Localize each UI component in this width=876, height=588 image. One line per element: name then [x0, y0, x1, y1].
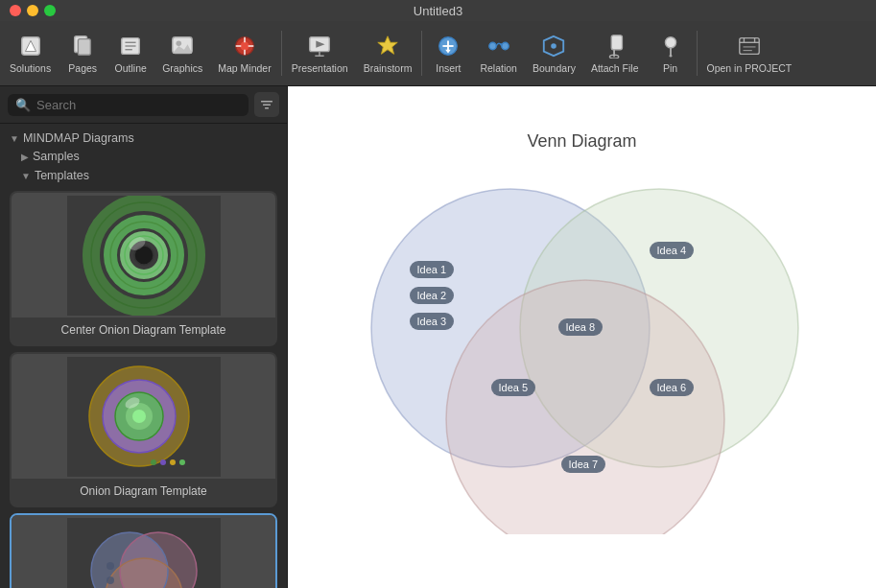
- svg-rect-37: [740, 38, 759, 55]
- insert-label: Insert: [436, 62, 461, 74]
- tree-root-label: MINDMAP Diagrams: [23, 131, 134, 145]
- sidebar-action-button[interactable]: [254, 92, 279, 117]
- template-thumb-center-onion: [12, 193, 275, 318]
- toolbar-insert[interactable]: Insert: [424, 25, 472, 82]
- svg-point-68: [179, 459, 185, 465]
- toolbar-outline[interactable]: Outline: [107, 25, 154, 82]
- pages-icon: [69, 33, 96, 59]
- toolbar-pages[interactable]: Pages: [59, 25, 107, 82]
- toolbar-mapminder[interactable]: Map Minder: [210, 25, 278, 82]
- tree-root-arrow: ▼: [10, 133, 19, 144]
- templates-label: Templates: [35, 169, 89, 182]
- presentation-icon: [306, 33, 333, 59]
- relation-icon: [485, 33, 512, 59]
- graphics-icon: [169, 33, 196, 59]
- template-thumb-venn: [12, 515, 275, 588]
- idea3-label: Idea 3: [410, 313, 455, 330]
- toolbar-presentation[interactable]: Presentation: [284, 25, 356, 82]
- svg-rect-44: [263, 105, 271, 106]
- divider-2: [421, 31, 422, 76]
- svg-point-30: [552, 43, 557, 49]
- template-card-center-onion[interactable]: Center Onion Diagram Template: [10, 191, 277, 346]
- boundary-label: Boundary: [533, 62, 576, 74]
- idea8-label: Idea 8: [558, 318, 604, 336]
- svg-point-12: [240, 41, 249, 50]
- svg-marker-21: [378, 36, 397, 55]
- toolbar-pin[interactable]: Pin: [647, 25, 695, 82]
- openinproject-label: Open in PROJECT: [707, 62, 793, 74]
- window-title: Untitled3: [414, 4, 462, 18]
- presentation-label: Presentation: [292, 62, 348, 74]
- template-card-venn[interactable]: Venn Diagram Template: [10, 513, 277, 588]
- diagram-title: Venn Diagram: [314, 131, 851, 152]
- idea1-label: Idea 1: [410, 261, 455, 278]
- tree-root[interactable]: ▼ MINDMAP Diagrams: [6, 129, 281, 147]
- svg-point-26: [488, 42, 495, 49]
- search-input-wrap[interactable]: 🔍: [8, 94, 249, 116]
- idea5-label: Idea 5: [491, 379, 536, 396]
- idea7-label: Idea 7: [561, 456, 606, 473]
- openinproject-icon: [736, 33, 763, 59]
- svg-point-9: [177, 40, 182, 46]
- relation-label: Relation: [480, 62, 517, 74]
- divider-3: [697, 31, 698, 76]
- brainstorm-label: Brainstorm: [364, 62, 413, 74]
- toolbar-relation[interactable]: Relation: [472, 25, 525, 82]
- pages-label: Pages: [68, 62, 97, 74]
- tree-samples[interactable]: ▶ Samples: [6, 147, 281, 166]
- template-label-center-onion: Center Onion Diagram Template: [12, 318, 275, 344]
- svg-point-76: [107, 562, 114, 570]
- svg-rect-45: [265, 107, 269, 109]
- svg-point-34: [665, 37, 675, 48]
- template-card-onion[interactable]: Onion Diagram Template: [10, 352, 277, 507]
- toolbar: Solutions Pages Outline: [0, 21, 876, 86]
- brainstorm-icon: [374, 33, 401, 59]
- outline-label: Outline: [115, 62, 147, 74]
- canvas-area[interactable]: Venn Diagram Idea 1 Idea 2 Idea 3 Idea 4…: [288, 86, 876, 588]
- svg-rect-43: [261, 101, 272, 103]
- svg-point-67: [170, 459, 176, 465]
- traffic-lights: [10, 5, 56, 16]
- tree-section: ▼ MINDMAP Diagrams ▶ Samples ▼ Templates: [0, 129, 287, 185]
- svg-point-65: [151, 459, 156, 465]
- svg-rect-31: [611, 35, 622, 50]
- boundary-icon: [540, 33, 567, 59]
- titlebar: Untitled3: [0, 0, 876, 21]
- toolbar-attachfile[interactable]: Attach File: [583, 25, 647, 82]
- main-layout: 🔍 ▼ MINDMAP Diagrams ▶ Samp: [0, 86, 876, 588]
- search-input[interactable]: [36, 98, 241, 112]
- solutions-icon: [17, 33, 44, 59]
- toolbar-graphics[interactable]: Graphics: [154, 25, 210, 82]
- insert-icon: [435, 33, 462, 59]
- close-button[interactable]: [10, 5, 21, 16]
- toolbar-solutions[interactable]: Solutions: [2, 25, 59, 82]
- pin-label: Pin: [663, 62, 677, 74]
- svg-point-60: [132, 410, 146, 423]
- tree-templates[interactable]: ▼ Templates: [6, 166, 281, 185]
- mapminder-icon: [231, 33, 258, 59]
- solutions-label: Solutions: [10, 62, 51, 74]
- divider-1: [281, 31, 282, 76]
- toolbar-brainstorm[interactable]: Brainstorm: [356, 25, 420, 82]
- sidebar: 🔍 ▼ MINDMAP Diagrams ▶ Samp: [0, 86, 288, 588]
- svg-point-77: [107, 576, 114, 584]
- svg-rect-3: [79, 39, 91, 56]
- svg-point-66: [160, 459, 166, 465]
- toolbar-boundary[interactable]: Boundary: [525, 25, 583, 82]
- outline-icon: [117, 33, 144, 59]
- attachfile-icon: [602, 33, 628, 59]
- minimize-button[interactable]: [27, 5, 38, 16]
- samples-label: Samples: [33, 150, 80, 163]
- sidebar-content: ▼ MINDMAP Diagrams ▶ Samples ▼ Templates: [0, 124, 287, 588]
- idea6-label: Idea 6: [650, 379, 695, 396]
- templates-arrow: ▼: [21, 171, 31, 181]
- search-icon: 🔍: [15, 98, 31, 112]
- search-bar: 🔍: [0, 86, 287, 124]
- graphics-label: Graphics: [162, 62, 202, 74]
- toolbar-openinproject[interactable]: Open in PROJECT: [699, 25, 800, 82]
- attachfile-label: Attach File: [591, 62, 639, 74]
- svg-point-36: [669, 55, 672, 58]
- maximize-button[interactable]: [44, 5, 56, 16]
- diagram-container: Venn Diagram Idea 1 Idea 2 Idea 3 Idea 4…: [314, 131, 851, 544]
- pin-icon: [657, 33, 684, 59]
